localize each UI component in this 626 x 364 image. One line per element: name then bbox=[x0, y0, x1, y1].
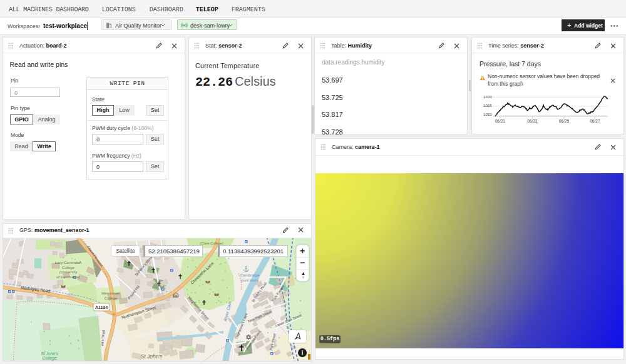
svg-text:06/21: 06/21 bbox=[495, 119, 506, 123]
svg-text:College: College bbox=[62, 266, 75, 270]
svg-text:A1134: A1134 bbox=[95, 305, 108, 310]
svg-text:P: P bbox=[13, 290, 14, 293]
svg-text:St John's: St John's bbox=[141, 353, 163, 360]
svg-text:P: P bbox=[162, 288, 164, 291]
svg-text:College: College bbox=[42, 356, 56, 361]
svg-text:Westminster: Westminster bbox=[101, 291, 120, 295]
svg-text:College: College bbox=[105, 296, 118, 300]
svg-text:(University: (University bbox=[59, 270, 78, 274]
svg-text:St John's: St John's bbox=[41, 351, 58, 356]
svg-text:of Cambridge): of Cambridge) bbox=[56, 275, 80, 279]
svg-text:06/27: 06/27 bbox=[590, 119, 600, 123]
svg-text:⚓: ⚓ bbox=[243, 266, 249, 272]
svg-text:P: P bbox=[271, 352, 273, 355]
svg-text:P: P bbox=[9, 290, 11, 293]
svg-text:Cambridge: Cambridge bbox=[240, 273, 260, 277]
svg-text:1010: 1010 bbox=[483, 112, 492, 116]
svg-text:P: P bbox=[171, 269, 173, 272]
svg-text:Lucy Cavendish: Lucy Cavendish bbox=[55, 261, 82, 265]
svg-text:P: P bbox=[245, 240, 247, 243]
svg-text:1020: 1020 bbox=[483, 94, 492, 99]
svg-text:punt tours: punt tours bbox=[240, 278, 259, 282]
svg-text:06/23: 06/23 bbox=[527, 119, 538, 123]
svg-text:P: P bbox=[227, 339, 228, 342]
svg-text:1015: 1015 bbox=[483, 103, 492, 108]
svg-text:06/25: 06/25 bbox=[559, 119, 570, 123]
